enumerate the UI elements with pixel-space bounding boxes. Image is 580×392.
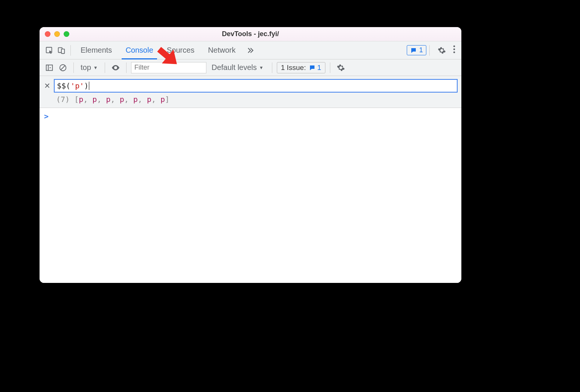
svg-point-3 — [453, 45, 455, 47]
code-token: ' — [70, 81, 75, 90]
result-bracket: ] — [165, 95, 169, 104]
result-element: p — [79, 95, 83, 104]
toolbar-divider — [73, 62, 74, 73]
toolbar-divider — [105, 62, 105, 73]
text-cursor — [89, 82, 89, 90]
eager-evaluation-result: (7) [p, p, p, p, p, p, p] — [56, 95, 458, 104]
eager-evaluation-row: ✕ $$('p') (7) [p, p, p, p, p, p, p] — [40, 76, 461, 108]
sidebar-icon — [45, 64, 53, 72]
clear-icon — [59, 64, 67, 72]
vertical-dots-icon — [453, 45, 455, 53]
gear-icon — [438, 46, 446, 55]
result-element: p — [160, 95, 165, 104]
console-input-field[interactable]: $$('p') — [54, 79, 458, 93]
console-settings-button[interactable] — [335, 62, 347, 74]
message-icon — [410, 47, 417, 54]
tab-sources[interactable]: Sources — [160, 41, 201, 59]
result-count: (7) — [56, 95, 70, 104]
result-element: p — [92, 95, 97, 104]
svg-rect-2 — [61, 49, 64, 53]
toolbar-divider — [429, 45, 430, 56]
window-titlebar: DevTools - jec.fyi/ — [40, 27, 461, 41]
chevron-double-right-icon — [246, 46, 255, 55]
more-options-button[interactable] — [451, 45, 458, 56]
devtools-tabs: Elements Console Sources Network — [74, 41, 258, 59]
log-levels-selector[interactable]: Default levels ▼ — [208, 63, 267, 72]
code-token: ) — [84, 81, 89, 90]
result-element: p — [120, 95, 124, 104]
code-token: p — [75, 81, 79, 90]
traffic-lights — [45, 31, 69, 37]
gear-icon — [337, 64, 345, 72]
toolbar-divider — [70, 45, 71, 56]
dropdown-triangle-icon: ▼ — [259, 65, 264, 70]
eye-icon — [111, 63, 120, 72]
issues-label: 1 Issue: — [281, 64, 306, 72]
devtools-window: DevTools - jec.fyi/ Elements Console Sou… — [40, 27, 461, 283]
console-toolbar: top ▼ Default levels ▼ 1 Issue: 1 — [40, 59, 461, 76]
devtools-main-toolbar: Elements Console Sources Network 1 — [40, 41, 461, 59]
context-label: top — [81, 63, 91, 72]
svg-point-4 — [453, 48, 455, 50]
result-bracket: [ — [74, 95, 79, 104]
toolbar-divider — [126, 62, 127, 73]
code-token: ' — [79, 81, 84, 90]
result-element: p — [133, 95, 138, 104]
toggle-console-sidebar-button[interactable] — [43, 62, 55, 74]
console-prompt-row[interactable]: > — [40, 108, 461, 125]
console-output-area: ✕ $$('p') (7) [p, p, p, p, p, p, p] > — [40, 76, 461, 283]
prompt-chevron-icon: > — [44, 112, 49, 121]
svg-point-8 — [115, 67, 116, 68]
close-expression-button[interactable]: ✕ — [43, 81, 51, 90]
console-filter-input[interactable] — [131, 62, 206, 73]
result-element: p — [106, 95, 111, 104]
result-element: p — [147, 95, 151, 104]
window-title: DevTools - jec.fyi/ — [40, 30, 461, 38]
live-expression-button[interactable] — [110, 62, 122, 74]
settings-button[interactable] — [436, 44, 448, 56]
console-messages-badge[interactable]: 1 — [407, 45, 426, 55]
message-icon — [309, 64, 316, 71]
device-toggle-icon[interactable] — [55, 44, 67, 56]
clear-console-button[interactable] — [57, 62, 69, 74]
svg-rect-6 — [46, 65, 53, 70]
tab-elements[interactable]: Elements — [74, 41, 119, 59]
issues-badge[interactable]: 1 Issue: 1 — [277, 62, 325, 73]
window-minimize-button[interactable] — [54, 31, 60, 37]
messages-count: 1 — [419, 46, 423, 54]
tab-network[interactable]: Network — [201, 41, 242, 59]
levels-label: Default levels — [212, 63, 257, 72]
window-zoom-button[interactable] — [64, 31, 69, 37]
window-close-button[interactable] — [45, 31, 50, 37]
code-token: $$ — [57, 81, 66, 90]
issues-count: 1 — [317, 64, 321, 72]
toolbar-divider — [330, 62, 330, 73]
svg-point-5 — [453, 51, 455, 53]
execution-context-selector[interactable]: top ▼ — [78, 63, 100, 72]
dropdown-triangle-icon: ▼ — [93, 65, 98, 70]
inspect-element-icon[interactable] — [43, 44, 55, 56]
code-token: ( — [66, 81, 70, 90]
tab-console[interactable]: Console — [119, 41, 160, 59]
toolbar-divider — [272, 62, 272, 73]
tabs-overflow-button[interactable] — [243, 41, 258, 59]
